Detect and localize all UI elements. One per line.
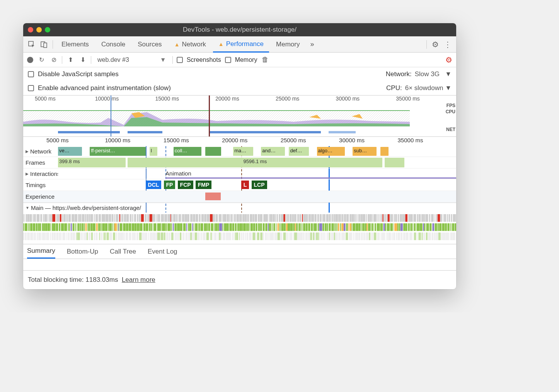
main-thread-flamechart[interactable]	[23, 213, 456, 244]
dropdown-icon: ▼	[160, 56, 166, 63]
settings-gear-icon[interactable]: ⚙	[430, 39, 441, 50]
svg-rect-573	[342, 232, 343, 240]
tab-console[interactable]: Console	[96, 36, 131, 52]
network-request-segment[interactable]: algo…	[317, 147, 345, 156]
timing-lcp[interactable]: LCP	[252, 181, 267, 189]
frames-lane[interactable]: Frames 399.8 ms 9596.1 ms	[23, 157, 456, 169]
reload-icon[interactable]: ↻	[37, 56, 46, 63]
cpu-chart	[23, 110, 410, 126]
svg-rect-263	[114, 223, 114, 231]
btab-call-tree[interactable]: Call Tree	[110, 244, 136, 259]
svg-rect-233	[51, 223, 51, 231]
profile-select[interactable]: web.dev #3 ▼	[95, 56, 169, 63]
overview-selection-left-handle[interactable]	[111, 95, 111, 136]
interactions-lane[interactable]: ▶Interactions Animation	[23, 169, 456, 179]
inspect-element-icon[interactable]	[26, 39, 37, 50]
network-request-segment[interactable]: and…	[261, 147, 285, 156]
svg-rect-256	[98, 223, 100, 231]
overview-selection-right-handle[interactable]	[209, 95, 210, 136]
enable-paint-checkbox[interactable]	[28, 85, 34, 91]
svg-rect-139	[292, 214, 293, 222]
network-request-segment[interactable]: ve…	[58, 147, 82, 156]
svg-rect-93	[184, 214, 187, 222]
svg-rect-116	[239, 214, 242, 222]
timing-fcp[interactable]: FCP	[178, 181, 193, 189]
svg-rect-266	[118, 223, 119, 231]
tab-memory[interactable]: Memory	[271, 36, 305, 52]
timings-lane[interactable]: Timings DCL FP FCP FMP L LCP	[23, 179, 456, 191]
tab-performance[interactable]: ▲Performance	[213, 37, 269, 53]
svg-rect-533	[268, 232, 269, 240]
svg-rect-613	[431, 232, 433, 240]
svg-rect-588	[374, 232, 377, 240]
network-throttle-select[interactable]: Slow 3G ▼	[415, 70, 452, 78]
timing-fmp[interactable]: FMP	[196, 181, 212, 189]
timing-l[interactable]: L	[241, 181, 249, 189]
svg-rect-384	[377, 223, 380, 231]
svg-rect-402	[416, 223, 419, 231]
svg-rect-598	[394, 232, 395, 240]
btab-bottom-up[interactable]: Bottom-Up	[67, 244, 98, 259]
network-lane[interactable]: ▶Network ve…ff-persist…lcoll…ma…and…def……	[23, 146, 456, 157]
disable-js-checkbox[interactable]	[28, 71, 34, 77]
load-profile-icon[interactable]: ⬆	[66, 56, 75, 63]
tab-sources[interactable]: Sources	[132, 36, 167, 52]
timing-fp[interactable]: FP	[164, 181, 176, 189]
tab-network[interactable]: ▲Network	[169, 36, 211, 52]
kebab-menu-icon[interactable]: ⋮	[442, 39, 453, 50]
expand-icon[interactable]: ▶	[26, 149, 29, 153]
svg-rect-239	[64, 223, 67, 231]
network-request-segment[interactable]	[205, 147, 221, 156]
svg-rect-206	[425, 214, 428, 222]
expand-icon[interactable]: ▶	[26, 172, 29, 176]
network-request-segment[interactable]: l	[150, 147, 158, 156]
tab-elements[interactable]: Elements	[56, 36, 94, 52]
svg-rect-441	[73, 232, 73, 240]
btab-summary[interactable]: Summary	[27, 244, 55, 259]
capture-settings-gear-icon[interactable]: ⚙	[445, 55, 452, 65]
record-button[interactable]	[27, 57, 33, 63]
collapse-icon[interactable]: ▼	[26, 206, 29, 210]
network-request-segment[interactable]: ma…	[233, 147, 253, 156]
network-request-segment[interactable]: def…	[289, 147, 309, 156]
timing-dcl[interactable]: DCL	[146, 181, 162, 189]
svg-rect-267	[119, 223, 122, 231]
screenshots-checkbox[interactable]	[177, 57, 183, 63]
svg-rect-209	[435, 214, 435, 222]
window-titlebar: DevTools - web.dev/persistent-storage/	[23, 23, 456, 36]
svg-rect-282	[157, 223, 160, 231]
experience-lane[interactable]: Experience	[23, 191, 456, 203]
svg-rect-478	[150, 232, 151, 240]
svg-rect-41	[75, 214, 78, 222]
network-request-segment[interactable]: sub…	[353, 147, 377, 156]
svg-rect-493	[183, 232, 184, 240]
svg-rect-534	[269, 232, 269, 240]
svg-rect-34	[57, 214, 60, 222]
trash-icon[interactable]: 🗑	[261, 56, 269, 64]
svg-rect-528	[256, 232, 256, 240]
network-request-segment[interactable]: ff-persist…	[90, 147, 145, 156]
svg-rect-595	[388, 232, 391, 240]
timeline-overview[interactable]: 5000 ms10000 ms15000 ms20000 ms25000 ms3…	[23, 95, 456, 137]
svg-rect-15	[209, 131, 321, 133]
svg-rect-423	[35, 232, 36, 240]
device-toolbar-icon[interactable]	[39, 39, 49, 50]
svg-rect-570	[336, 232, 338, 240]
network-request-segment[interactable]: coll…	[174, 147, 201, 156]
more-tabs-icon[interactable]: »	[307, 39, 317, 50]
clear-icon[interactable]: ⊘	[49, 56, 58, 63]
svg-rect-495	[186, 232, 187, 240]
memory-checkbox[interactable]	[225, 57, 231, 63]
svg-rect-541	[283, 232, 286, 240]
learn-more-link[interactable]: Learn more	[122, 276, 155, 283]
save-profile-icon[interactable]: ⬇	[78, 56, 87, 63]
btab-event-log[interactable]: Event Log	[148, 244, 177, 259]
svg-rect-531	[262, 232, 264, 240]
main-thread-header[interactable]: ▼ Main — https://web.dev/persistent-stor…	[23, 203, 456, 213]
capture-settings-row-2: Enable advanced paint instrumentation (s…	[23, 81, 456, 95]
layout-shift-block[interactable]	[205, 193, 221, 200]
svg-rect-623	[456, 232, 456, 240]
cpu-throttle-select[interactable]: 6× slowdown ▼	[405, 84, 452, 92]
network-request-segment[interactable]	[380, 147, 389, 156]
svg-rect-344	[296, 223, 298, 231]
